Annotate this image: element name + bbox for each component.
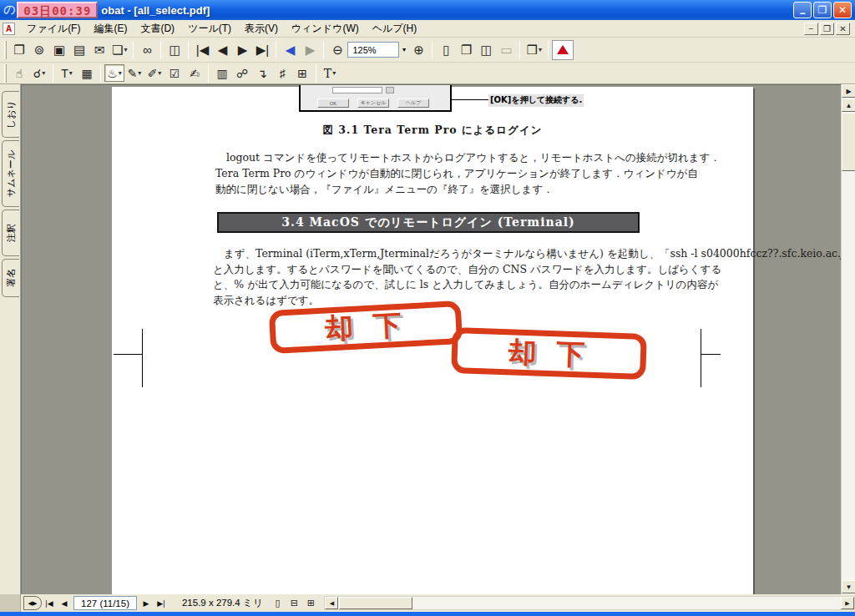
menu-document[interactable]: 文書(D) [134, 19, 181, 38]
export-button[interactable]: ❏▾ [109, 40, 129, 60]
actual-size-button[interactable]: ▯ [436, 40, 456, 60]
scroll-right-button[interactable]: ▶ [841, 597, 854, 609]
horizontal-scrollbar[interactable]: ◀ ▶ [324, 596, 855, 610]
vertical-scrollbar[interactable]: ▶ ▲ ▼ [841, 84, 855, 594]
link-icon: ☍ [236, 67, 248, 80]
crop-mark [114, 354, 143, 355]
toolbar-separator [100, 64, 101, 83]
find-button[interactable]: ∞ [137, 40, 157, 60]
hand-tool-button[interactable]: ☝ [9, 64, 29, 82]
mdi-minimize-button[interactable]: − [804, 23, 818, 35]
zoom-out-icon: ⊖ [332, 43, 343, 58]
status-next-page-button[interactable]: ▶ [139, 596, 154, 610]
hand-icon: ☝ [16, 67, 23, 80]
title-bar: の 03日00:39 obat - [all_select.pdf] − ❐ ✕ [0, 0, 855, 20]
restore-button[interactable]: ❐ [813, 2, 832, 18]
save-button[interactable]: ▣ [49, 40, 69, 60]
first-page-button[interactable]: |◀ [192, 40, 212, 60]
go-forward-button[interactable]: ▶ [300, 40, 320, 60]
tab-comments[interactable]: 注釈 [2, 210, 19, 256]
pdf-page[interactable]: OK キャンセル ヘルプ [OK]を押して接続する. 図 3.1 Tera Te… [112, 87, 753, 594]
tab-bookmarks[interactable]: しおり [2, 91, 19, 138]
splitter-toggle-button[interactable]: ◀▶ [23, 596, 42, 610]
prev-page-button[interactable]: ◀ [212, 40, 232, 60]
last-page-button[interactable]: ▶| [252, 40, 272, 60]
zoom-level-field[interactable]: 125% [347, 42, 399, 58]
toolbar-file: ❐ ⊚ ▣ ▤ ✉ ❏▾ ∞ ◫ |◀ ◀ ▶ ▶| ◀ ▶ ⊖ 125% ▾ … [0, 38, 855, 63]
window-title: obat - [all_select.pdf] [101, 4, 210, 17]
text-line: と入力します。するとパスワードを聞いてくるので、自分の CNS パスワードを入力… [213, 262, 841, 278]
facing-mode-button[interactable]: ⊞ [302, 596, 319, 610]
vertical-scroll-thumb[interactable] [842, 113, 855, 171]
pencil-tool-button[interactable]: ✎▾ [124, 64, 144, 82]
minimize-button[interactable]: − [793, 2, 812, 18]
link-tool-button[interactable]: ☍ [232, 64, 252, 82]
touchup-text-button[interactable]: T▾ [320, 64, 340, 82]
spellcheck-button[interactable]: ☑ [164, 64, 185, 82]
scroll-down-button[interactable]: ▼ [842, 580, 855, 593]
text-select-tool-button[interactable]: T▾ [57, 64, 77, 82]
adobe-online-button[interactable] [552, 40, 574, 60]
close-button[interactable]: ✕ [833, 2, 852, 18]
status-last-page-button[interactable]: ▶| [154, 596, 169, 610]
mdi-restore-button[interactable]: ❐ [820, 23, 834, 35]
nav-pane-button[interactable]: ◫ [164, 40, 185, 60]
toolbar-separator [316, 64, 316, 83]
fit-width-icon: ◫ [480, 43, 492, 58]
menu-tools[interactable]: ツール(T) [181, 19, 238, 38]
fit-visible-button[interactable]: ▭ [496, 40, 516, 60]
timestamp-overlay: 03日00:39 [17, 2, 98, 18]
back-icon: ◀ [286, 43, 296, 58]
document-area[interactable]: OK キャンセル ヘルプ [OK]を押して接続する. 図 3.1 Tera Te… [21, 84, 841, 594]
status-first-page-button[interactable]: |◀ [42, 596, 57, 610]
toolbar-grip[interactable] [4, 64, 7, 83]
figure-caption: 図 3.1 Tera Term Pro によるログイン [112, 124, 753, 138]
toolbar-grip[interactable] [4, 41, 7, 59]
export-icon: ❏ [112, 43, 123, 58]
crop-mark [701, 354, 721, 355]
email-button[interactable]: ✉ [89, 40, 109, 60]
movie-tool-button[interactable]: ▥ [212, 64, 232, 82]
single-page-mode-button[interactable]: ▯ [269, 596, 286, 610]
menu-file[interactable]: ファイル(F) [20, 19, 87, 38]
rotate-view-button[interactable]: ❒▾ [524, 40, 544, 60]
toolbar-overflow-button[interactable]: ▶ [842, 84, 855, 98]
mdi-close-button[interactable]: ✕ [836, 23, 850, 35]
rejected-stamp-2[interactable]: 却 下 [451, 327, 647, 380]
open-button[interactable]: ❐ [9, 40, 29, 60]
highlighter-icon: ✐ [148, 67, 158, 80]
spellcheck-icon: ☑ [169, 67, 180, 80]
menu-window[interactable]: ウィンドウ(W) [285, 19, 366, 38]
scroll-up-button[interactable]: ▲ [842, 98, 855, 112]
acrobat-icon[interactable]: A [3, 23, 15, 35]
scroll-left-button[interactable]: ◀ [325, 597, 338, 609]
crop-tool-button[interactable]: ♯ [272, 64, 292, 82]
print-button[interactable]: ▤ [69, 40, 89, 60]
continuous-mode-button[interactable]: ⊟ [286, 596, 302, 610]
text-line: Tera Term Pro のウィンドウが自動的に閉じられ，アプリケーションが終… [215, 165, 721, 181]
zoom-dropdown[interactable]: ▾ [399, 42, 408, 58]
article-tool-button[interactable]: ↴ [252, 64, 272, 82]
tab-signatures[interactable]: 署名 [2, 259, 19, 297]
fit-page-button[interactable]: ❐ [456, 40, 476, 60]
rejected-stamp-1[interactable]: 却 下 [269, 300, 463, 354]
menu-view[interactable]: 表示(V) [238, 19, 285, 38]
menu-edit[interactable]: 編集(E) [87, 19, 134, 38]
status-prev-page-button[interactable]: ◀ [57, 596, 72, 610]
stamp-tool-button[interactable]: ♨▾ [104, 64, 124, 82]
zoom-in-button[interactable]: ⊕ [408, 40, 428, 60]
open-web-page-button[interactable]: ⊚ [29, 40, 49, 60]
signature-tool-button[interactable]: ✍ [185, 64, 205, 82]
fit-width-button[interactable]: ◫ [476, 40, 496, 60]
page-number-field[interactable]: 127 (11/15) [73, 596, 137, 610]
tab-thumbnails[interactable]: サムネール [2, 140, 19, 207]
zoom-tool-button[interactable]: ☌▾ [29, 64, 49, 82]
form-tool-button[interactable]: ⊞ [292, 64, 312, 82]
next-page-button[interactable]: ▶ [232, 40, 252, 60]
graphic-select-tool-button[interactable]: ▦ [77, 64, 97, 82]
go-back-button[interactable]: ◀ [280, 40, 300, 60]
menu-help[interactable]: ヘルプ(H) [366, 19, 424, 38]
highlight-tool-button[interactable]: ✐▾ [144, 64, 164, 82]
horizontal-scroll-thumb[interactable] [339, 597, 412, 609]
zoom-out-button[interactable]: ⊖ [327, 40, 347, 60]
